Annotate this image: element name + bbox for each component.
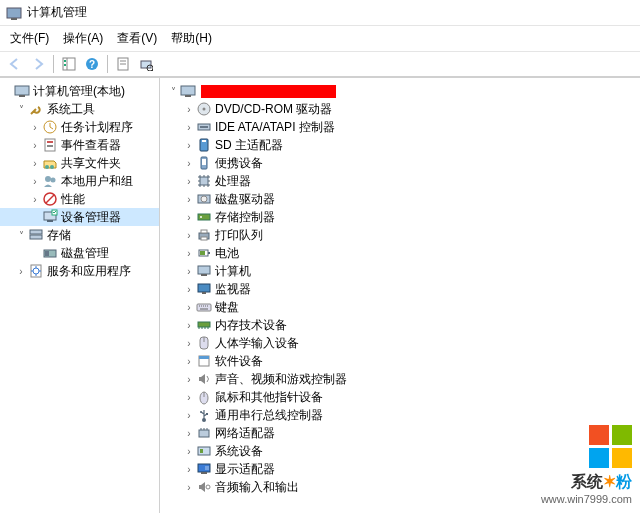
svg-rect-5 [64, 64, 66, 66]
expand-icon[interactable]: › [28, 174, 42, 188]
tree-shared-folders[interactable]: › 共享文件夹 [0, 154, 159, 172]
expand-icon[interactable]: › [182, 354, 196, 368]
menu-view[interactable]: 查看(V) [111, 28, 163, 49]
svg-rect-73 [200, 449, 203, 453]
device-label: 人体学输入设备 [215, 335, 299, 352]
tree-task-scheduler[interactable]: › 任务计划程序 [0, 118, 159, 136]
device-category[interactable]: ›声音、视频和游戏控制器 [160, 370, 640, 388]
storage-icon [28, 227, 44, 243]
expand-icon[interactable]: › [182, 228, 196, 242]
title-bar: 计算机管理 [0, 0, 640, 26]
device-label: 内存技术设备 [215, 317, 287, 334]
menu-action[interactable]: 操作(A) [57, 28, 109, 49]
device-category[interactable]: ›软件设备 [160, 352, 640, 370]
menu-help[interactable]: 帮助(H) [165, 28, 218, 49]
usb-icon [196, 407, 212, 423]
tree-local-users[interactable]: › 本地用户和组 [0, 172, 159, 190]
expand-icon[interactable]: › [28, 192, 42, 206]
svg-point-77 [206, 485, 210, 489]
menu-file[interactable]: 文件(F) [4, 28, 55, 49]
sd-icon [196, 137, 212, 153]
brand-accent: 粉 [616, 473, 632, 490]
collapse-icon[interactable]: ˅ [166, 84, 180, 98]
tree-root[interactable]: 计算机管理(本地) [0, 82, 159, 100]
device-category[interactable]: ›DVD/CD-ROM 驱动器 [160, 100, 640, 118]
expand-icon[interactable]: › [182, 444, 196, 458]
expand-icon[interactable]: › [14, 264, 28, 278]
mouse-icon [196, 389, 212, 405]
app-icon [6, 5, 22, 21]
device-category[interactable]: ›处理器 [160, 172, 640, 190]
left-tree[interactable]: 计算机管理(本地) ˅ 系统工具 › 任务计划程序 › 事件查看器 › 共享文件… [0, 78, 160, 513]
tree-storage[interactable]: ˅ 存储 [0, 226, 159, 244]
expand-icon[interactable]: › [182, 318, 196, 332]
device-category[interactable]: ›存储控制器 [160, 208, 640, 226]
expand-icon[interactable]: › [182, 192, 196, 206]
watermark: 系统✶粉 www.win7999.com [541, 425, 632, 505]
device-category[interactable]: ›电池 [160, 244, 640, 262]
expand-icon[interactable]: › [182, 264, 196, 278]
device-category[interactable]: ›人体学输入设备 [160, 334, 640, 352]
tree-event-viewer[interactable]: › 事件查看器 [0, 136, 159, 154]
expand-icon[interactable]: › [182, 336, 196, 350]
collapse-icon[interactable]: ˅ [14, 228, 28, 242]
device-label: 键盘 [215, 299, 239, 316]
device-category[interactable]: ›SD 主适配器 [160, 136, 640, 154]
expand-icon[interactable]: › [182, 300, 196, 314]
device-label: 便携设备 [215, 155, 263, 172]
tree-systools[interactable]: ˅ 系统工具 [0, 100, 159, 118]
expand-icon[interactable]: › [182, 480, 196, 494]
expand-icon[interactable]: › [182, 372, 196, 386]
tree-performance[interactable]: › 性能 [0, 190, 159, 208]
svg-point-20 [45, 165, 49, 169]
device-category[interactable]: ›便携设备 [160, 154, 640, 172]
clock-icon [42, 119, 58, 135]
svg-rect-27 [47, 220, 53, 222]
expand-icon[interactable]: › [182, 246, 196, 260]
help-button[interactable]: ? [81, 54, 103, 74]
device-category[interactable]: ›计算机 [160, 262, 640, 280]
collapse-icon[interactable]: ˅ [14, 102, 28, 116]
expand-icon[interactable]: › [182, 426, 196, 440]
expand-icon[interactable]: › [182, 156, 196, 170]
expand-icon[interactable]: › [28, 120, 42, 134]
svg-rect-57 [201, 274, 207, 276]
tree-disk-mgmt[interactable]: 磁盘管理 [0, 244, 159, 262]
svg-rect-75 [201, 472, 207, 474]
device-category[interactable]: ›鼠标和其他指针设备 [160, 388, 640, 406]
expand-icon[interactable]: › [182, 282, 196, 296]
device-category[interactable]: ›IDE ATA/ATAPI 控制器 [160, 118, 640, 136]
expand-icon[interactable]: › [182, 390, 196, 404]
show-hide-tree-button[interactable] [58, 54, 80, 74]
expand-icon[interactable]: › [28, 138, 42, 152]
device-category[interactable]: ›打印队列 [160, 226, 640, 244]
svg-rect-32 [45, 251, 49, 256]
svg-rect-4 [64, 60, 66, 62]
device-category[interactable]: ›内存技术设备 [160, 316, 640, 334]
svg-rect-1 [11, 18, 17, 20]
expand-icon[interactable]: › [182, 174, 196, 188]
tree-services-apps[interactable]: › 服务和应用程序 [0, 262, 159, 280]
device-root[interactable]: ˅ [160, 82, 640, 100]
tree-device-manager[interactable]: 设备管理器 [0, 208, 159, 226]
device-label: SD 主适配器 [215, 137, 283, 154]
device-category[interactable]: ›磁盘驱动器 [160, 190, 640, 208]
sound-icon [196, 371, 212, 387]
forward-button[interactable] [27, 54, 49, 74]
device-category[interactable]: ›监视器 [160, 280, 640, 298]
users-icon [42, 173, 58, 189]
device-category[interactable]: ›键盘 [160, 298, 640, 316]
expand-icon[interactable]: › [182, 120, 196, 134]
expand-icon[interactable]: › [182, 210, 196, 224]
properties-button[interactable] [112, 54, 134, 74]
expand-icon[interactable]: › [28, 156, 42, 170]
device-label: 磁盘驱动器 [215, 191, 275, 208]
expand-icon[interactable]: › [182, 138, 196, 152]
expand-icon[interactable]: › [182, 408, 196, 422]
device-category[interactable]: ›通用串行总线控制器 [160, 406, 640, 424]
back-button[interactable] [4, 54, 26, 74]
device-label: 存储控制器 [215, 209, 275, 226]
expand-icon[interactable]: › [182, 462, 196, 476]
expand-icon[interactable]: › [182, 102, 196, 116]
scan-hardware-button[interactable] [135, 54, 157, 74]
